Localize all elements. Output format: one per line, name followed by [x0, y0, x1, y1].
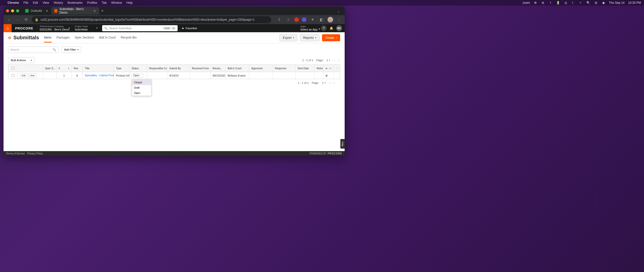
new-tab-button[interactable]: +: [101, 8, 104, 14]
sidepanel-icon[interactable]: ◧: [318, 17, 325, 22]
reports-button[interactable]: Reports▾: [300, 34, 319, 41]
tab-ball-in-court[interactable]: Ball In Court: [99, 33, 116, 43]
bluetooth-icon[interactable]: ᚼ: [549, 1, 553, 5]
col-submit-by[interactable]: Submit By: [167, 65, 190, 72]
status-option-open[interactable]: Open: [132, 90, 151, 96]
col-type[interactable]: Type: [114, 65, 130, 72]
moon-icon[interactable]: ☾: [571, 1, 575, 5]
horizontal-scroll[interactable]: ◂▸: [323, 65, 334, 72]
gear-icon[interactable]: ✿: [8, 36, 11, 40]
col-rev[interactable]: Rev.: [72, 65, 83, 72]
export-button[interactable]: Export▾: [279, 34, 297, 41]
gear-icon[interactable]: ⚙: [534, 1, 538, 5]
menu-window[interactable]: Window: [111, 1, 122, 5]
search-icon[interactable]: 🔍: [586, 1, 590, 5]
forward-button[interactable]: →: [15, 18, 21, 22]
back-button[interactable]: ←: [6, 18, 12, 22]
status-option-draft[interactable]: Draft: [132, 85, 151, 90]
col-sent-date[interactable]: Sent Date: [296, 65, 315, 72]
wifi-icon[interactable]: ᯤ: [579, 1, 583, 5]
status-option-closed[interactable]: Closed: [132, 80, 151, 85]
company-picker[interactable]: IPSUM Demo Company 03151991 - Ben's Demo…: [37, 24, 72, 32]
help-icon[interactable]: ?: [321, 25, 327, 31]
close-icon[interactable]: ✕: [93, 9, 96, 13]
col-spec[interactable]: Spec S...: [43, 65, 57, 72]
status-zoom[interactable]: zoom: [522, 1, 530, 5]
col-title[interactable]: Title: [83, 65, 114, 72]
col-status[interactable]: Status: [130, 65, 147, 72]
menu-tab[interactable]: Tab: [102, 1, 107, 5]
siri-icon[interactable]: ◉: [601, 1, 606, 5]
create-button[interactable]: Create▾: [322, 34, 340, 41]
col-approvers[interactable]: Approvers: [249, 65, 273, 72]
extension-icon-2[interactable]: [302, 17, 306, 22]
col-ball-in-court[interactable]: Ball In Court: [226, 65, 249, 72]
window-close-icon[interactable]: [6, 9, 9, 12]
terms-link[interactable]: Terms of Service: [6, 152, 25, 155]
profile-avatar[interactable]: [328, 17, 333, 22]
chrome-menu-icon[interactable]: ⋮: [336, 17, 342, 22]
menu-help[interactable]: Help: [127, 1, 133, 5]
next-page-button[interactable]: ▷: [334, 81, 336, 84]
tab-recycle-bin[interactable]: Recycle Bin: [121, 33, 137, 43]
close-icon[interactable]: ✕: [46, 9, 48, 13]
procore-logo[interactable]: PROCORE: [12, 26, 37, 30]
tab-packages[interactable]: Packages: [57, 33, 70, 43]
screenshot-icon[interactable]: ⧉: [541, 1, 545, 5]
tab-items[interactable]: Items: [44, 33, 51, 43]
menu-history[interactable]: History: [54, 1, 63, 5]
browser-tab-submittals[interactable]: Submittals - Ben's Demo ✕: [51, 7, 99, 15]
column-options-icon[interactable]: ⋮: [334, 65, 340, 72]
tab-overflow-icon[interactable]: ⌄: [335, 8, 342, 14]
status-date[interactable]: Thu Sep 14: [609, 1, 625, 5]
select-all-checkbox[interactable]: [12, 67, 15, 70]
edit-button[interactable]: Edit: [20, 73, 27, 78]
bookmark-icon[interactable]: ☆: [285, 17, 291, 22]
battery-icon[interactable]: 🔋: [556, 1, 560, 5]
status-select[interactable]: Open: [132, 73, 143, 78]
extensions-icon[interactable]: ✦: [309, 17, 315, 22]
col-received-from[interactable]: Received From: [190, 65, 211, 72]
document-icon[interactable]: 🗎: [325, 74, 328, 77]
view-button[interactable]: View: [28, 73, 36, 78]
bulk-actions-select[interactable]: Bulk Actions ▾: [8, 57, 35, 63]
global-search[interactable]: 🔍 Search Submittals Cmd K: [102, 25, 178, 31]
toggles-icon[interactable]: ⊟: [594, 1, 598, 5]
prev-page-button[interactable]: ◁: [329, 81, 331, 84]
help-tab[interactable]: Help: [340, 139, 345, 149]
extension-icon-1[interactable]: [294, 17, 299, 22]
user-avatar[interactable]: BE: [336, 25, 342, 31]
table-search-input[interactable]: Search 🔍: [8, 46, 58, 53]
menu-view[interactable]: View: [43, 1, 49, 5]
col-response[interactable]: Response: [273, 65, 296, 72]
share-icon[interactable]: ⇧: [276, 17, 282, 22]
address-bar[interactable]: 🔒 us02.procore.com/562949954003683/proje…: [32, 16, 271, 23]
menu-app[interactable]: Chrome: [8, 1, 19, 5]
page-select[interactable]: 1▾: [322, 81, 326, 84]
window-maximize-icon[interactable]: [16, 9, 19, 12]
add-filter-button[interactable]: Add Filter ▾: [61, 46, 81, 53]
notifications-icon[interactable]: 🔔: [329, 25, 334, 31]
browser-tab-outbuild[interactable]: Outbuild ✕: [22, 7, 51, 15]
page-select[interactable]: 1▾: [327, 59, 330, 62]
col-responsible[interactable]: Responsible Con...: [147, 65, 167, 72]
prev-page-button[interactable]: ◁: [333, 59, 335, 62]
tool-picker[interactable]: Project Tools Submittals ▾: [72, 24, 100, 32]
status-time[interactable]: 10:30 PM: [628, 1, 641, 5]
window-minimize-icon[interactable]: [11, 9, 14, 12]
menu-bookmarks[interactable]: Bookmarks: [68, 1, 83, 5]
col-number[interactable]: #▲▼: [57, 65, 72, 72]
indicator-icon[interactable]: ◎: [564, 1, 568, 5]
reload-button[interactable]: ⟳: [23, 17, 29, 22]
col-received[interactable]: Receiv...: [211, 65, 226, 72]
menu-profiles[interactable]: Profiles: [87, 1, 97, 5]
home-button[interactable]: ⌂: [4, 24, 12, 32]
menu-edit[interactable]: Edit: [33, 1, 38, 5]
tab-spec-sections[interactable]: Spec Sections: [75, 33, 94, 43]
col-return[interactable]: Return...: [315, 65, 323, 72]
cell-title-link[interactable]: Specialties - Cabinet Product Data: [85, 74, 114, 77]
privacy-link[interactable]: Privacy Policy: [27, 152, 43, 155]
next-page-button[interactable]: ▷: [338, 59, 340, 62]
row-checkbox[interactable]: [12, 74, 15, 77]
menu-file[interactable]: File: [23, 1, 28, 5]
